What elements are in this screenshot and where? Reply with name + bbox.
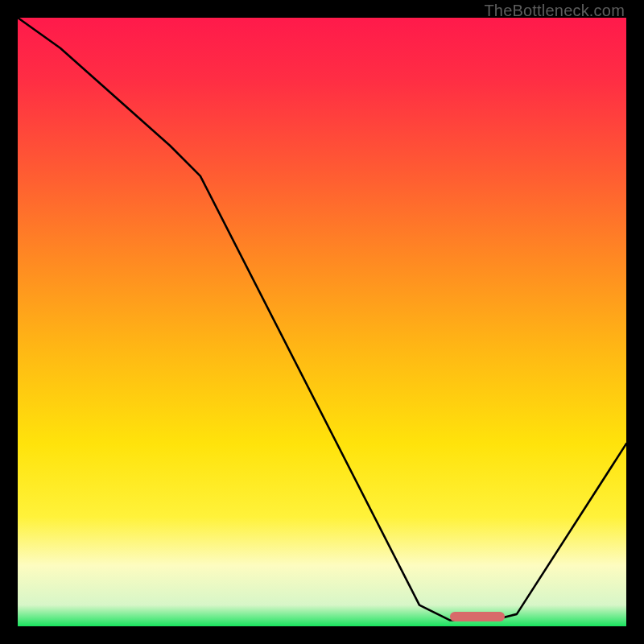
chart-frame: TheBottleneck.com: [0, 0, 644, 644]
svg-rect-0: [18, 18, 626, 626]
watermark-text: TheBottleneck.com: [484, 2, 625, 20]
background-gradient: [18, 18, 626, 626]
plot-area: [18, 18, 626, 626]
optimal-range-marker: [450, 612, 505, 621]
